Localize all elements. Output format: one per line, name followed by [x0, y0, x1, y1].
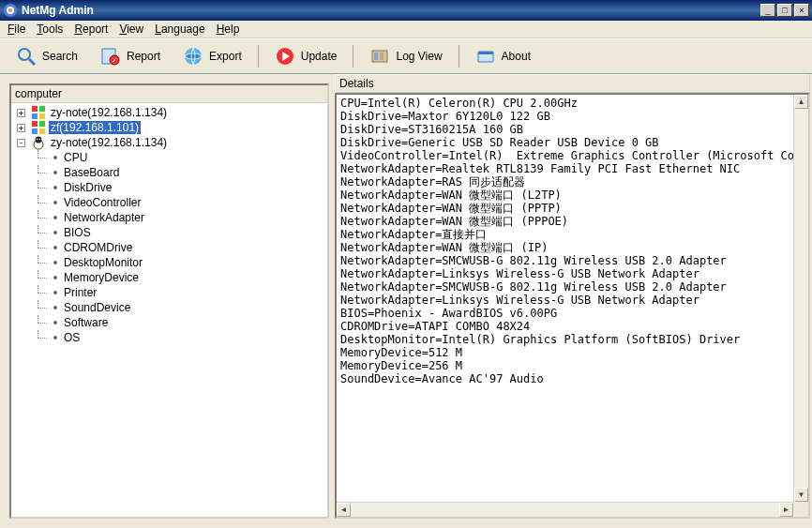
svg-rect-18	[39, 106, 45, 112]
bullet-icon	[53, 336, 57, 339]
tree-node-item[interactable]: SoundDevice	[13, 300, 325, 315]
vertical-scrollbar[interactable]: ▲ ▼	[793, 95, 808, 502]
tree-node-item[interactable]: OS	[13, 330, 325, 345]
tree-body[interactable]: +zy-note(192.168.1.134)+zf(192.168.1.101…	[11, 103, 327, 517]
tree-label: BaseBoard	[62, 166, 121, 179]
menubar: File Tools Report View Language Help	[0, 21, 812, 38]
tree-node-item[interactable]: DiskDrive	[13, 180, 325, 195]
report-icon: ✓	[100, 46, 121, 67]
tree-label: VideoController	[62, 196, 143, 209]
bullet-icon	[53, 276, 57, 279]
details-header: Details	[335, 74, 810, 93]
right-panel: Details CPU=Intel(R) Celeron(R) CPU 2.00…	[333, 74, 812, 528]
bullet-icon	[53, 156, 57, 159]
about-icon	[475, 46, 496, 67]
tree-label: CPU	[62, 151, 89, 164]
scroll-corner	[793, 502, 808, 517]
close-button[interactable]: ×	[794, 4, 809, 17]
tree-header: computer	[11, 85, 327, 103]
minimize-button[interactable]: _	[760, 4, 775, 17]
export-label: Export	[209, 50, 242, 63]
export-icon	[183, 46, 203, 67]
tree-node-item[interactable]: Software	[13, 315, 325, 330]
bullet-icon	[53, 306, 57, 309]
menu-report[interactable]: Report	[68, 21, 113, 38]
scroll-right-button[interactable]: ►	[779, 503, 793, 517]
svg-point-26	[36, 137, 42, 143]
tree-node-computer[interactable]: +zf(192.168.1.101)	[13, 120, 325, 135]
update-button[interactable]: Update	[266, 41, 346, 71]
window-controls: _ □ ×	[760, 4, 809, 17]
menu-help[interactable]: Help	[211, 21, 246, 38]
tree-node-item[interactable]: VideoController	[13, 195, 325, 210]
report-label: Report	[127, 50, 160, 63]
tree-label: Printer	[62, 286, 98, 299]
logview-label: Log View	[396, 50, 442, 63]
tree-label: zy-note(192.168.1.134)	[49, 136, 169, 149]
toolbar: Search ✓ Report Export Update Log View A…	[0, 38, 812, 74]
about-label: About	[502, 50, 531, 63]
update-icon	[275, 46, 295, 67]
svg-point-27	[37, 139, 38, 141]
toolbar-separator	[353, 45, 353, 68]
window-title: NetMg Admin	[22, 4, 760, 17]
tree-node-item[interactable]: DesktopMonitor	[13, 255, 325, 270]
tree-container: computer +zy-note(192.168.1.134)+zf(192.…	[9, 83, 329, 519]
content-area: computer +zy-note(192.168.1.134)+zf(192.…	[0, 74, 812, 528]
menu-view[interactable]: View	[113, 21, 149, 38]
svg-rect-24	[39, 128, 45, 134]
bullet-icon	[53, 291, 57, 294]
svg-rect-17	[32, 106, 38, 112]
svg-rect-14	[380, 53, 383, 60]
tree-label: CDROMDrive	[62, 241, 134, 254]
scroll-left-button[interactable]: ◄	[337, 503, 351, 517]
tree-label: NetworkAdapter	[62, 211, 146, 224]
tree-node-item[interactable]: MemoryDevice	[13, 270, 325, 285]
bullet-icon	[53, 216, 57, 219]
svg-rect-16	[478, 52, 493, 54]
report-button[interactable]: ✓ Report	[92, 41, 169, 71]
tree-node-item[interactable]: CPU	[13, 150, 325, 165]
about-button[interactable]: About	[467, 41, 539, 71]
tree-label: DesktopMonitor	[62, 256, 144, 269]
tree-label: DiskDrive	[62, 181, 113, 194]
tree-node-item[interactable]: CDROMDrive	[13, 240, 325, 255]
svg-rect-22	[39, 121, 45, 127]
menu-file[interactable]: File	[2, 21, 31, 38]
tree-node-item[interactable]: BIOS	[13, 225, 325, 240]
tree-node-computer[interactable]: -zy-note(192.168.1.134)	[13, 135, 325, 150]
maximize-button[interactable]: □	[777, 4, 792, 17]
tree-expander[interactable]: -	[17, 139, 25, 147]
tree-label: OS	[62, 331, 82, 344]
details-body[interactable]: CPU=Intel(R) Celeron(R) CPU 2.00GHz Disk…	[337, 95, 793, 502]
svg-rect-21	[32, 121, 38, 127]
bullet-icon	[53, 171, 57, 174]
svg-point-3	[19, 49, 30, 60]
tree-expander[interactable]: +	[17, 124, 25, 132]
svg-rect-23	[32, 128, 38, 134]
scroll-up-button[interactable]: ▲	[794, 95, 808, 109]
svg-rect-13	[374, 53, 378, 60]
tree-expander[interactable]: +	[17, 109, 25, 117]
tree-label: SoundDevice	[62, 301, 132, 314]
search-button[interactable]: Search	[8, 41, 86, 71]
menu-language[interactable]: Language	[149, 21, 210, 38]
tree-node-computer[interactable]: +zy-note(192.168.1.134)	[13, 105, 325, 120]
export-button[interactable]: Export	[174, 41, 250, 71]
left-panel: computer +zy-note(192.168.1.134)+zf(192.…	[0, 74, 333, 528]
horizontal-scrollbar[interactable]: ◄ ►	[337, 502, 793, 517]
bullet-icon	[53, 231, 57, 234]
scroll-down-button[interactable]: ▼	[794, 488, 808, 502]
details-container: CPU=Intel(R) Celeron(R) CPU 2.00GHz Disk…	[335, 93, 810, 519]
tree-node-item[interactable]: BaseBoard	[13, 165, 325, 180]
logview-button[interactable]: Log View	[361, 41, 450, 71]
bullet-icon	[53, 246, 57, 249]
windows-icon	[31, 120, 46, 135]
bullet-icon	[53, 261, 57, 264]
linux-icon	[31, 135, 46, 150]
update-label: Update	[301, 50, 338, 63]
tree-node-item[interactable]: NetworkAdapter	[13, 210, 325, 225]
tree-label: zf(192.168.1.101)	[49, 121, 141, 134]
menu-tools[interactable]: Tools	[31, 21, 68, 38]
tree-node-item[interactable]: Printer	[13, 285, 325, 300]
